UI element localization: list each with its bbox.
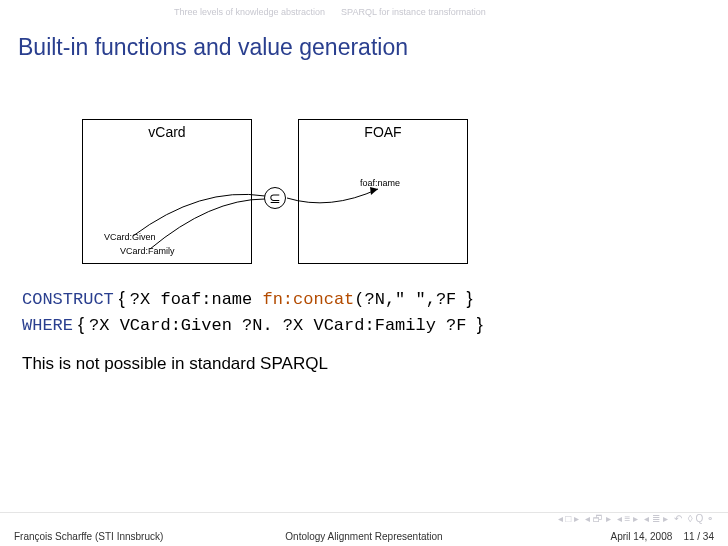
footer: François Scharffe (STI Innsbruck) Ontolo… bbox=[0, 512, 728, 546]
code-l1-b2: (?N," ",?F bbox=[354, 290, 466, 309]
connector-lines bbox=[0, 71, 728, 286]
brace-close-2: } bbox=[477, 314, 483, 334]
subset-symbol: ⊆ bbox=[264, 187, 286, 209]
svg-marker-0 bbox=[370, 187, 378, 195]
code-l1-b1: ?X foaf:name bbox=[130, 290, 263, 309]
footer-page: 11 / 34 bbox=[683, 531, 714, 542]
footer-author: François Scharffe (STI Innsbruck) bbox=[14, 531, 233, 542]
footer-date: April 14, 2008 bbox=[611, 531, 673, 542]
footer-date-page: April 14, 2008 11 / 34 bbox=[495, 531, 714, 542]
kw-where: WHERE bbox=[22, 316, 73, 335]
footer-title: Ontology Alignment Representation bbox=[233, 531, 496, 542]
brace-open-2: { bbox=[73, 314, 89, 334]
subset-glyph: ⊆ bbox=[269, 190, 281, 206]
note-text: This is not possible in standard SPARQL bbox=[0, 338, 728, 374]
sparql-code: CONSTRUCT { ?X foaf:name fn:concat(?N," … bbox=[0, 286, 728, 338]
nav-section-2[interactable]: SPARQL for instance transformation bbox=[341, 7, 486, 17]
brace-close-1: } bbox=[467, 288, 473, 308]
brace-open-1: { bbox=[114, 288, 130, 308]
top-nav: Three levels of knowledge abstraction SP… bbox=[0, 0, 728, 24]
diagram: vCard FOAF ⊆ VCard:Given VCard:Family fo… bbox=[0, 71, 728, 286]
code-l2-body: ?X VCard:Given ?N. ?X VCard:Family ?F bbox=[89, 316, 477, 335]
nav-section-1[interactable]: Three levels of knowledge abstraction bbox=[174, 7, 325, 17]
fn-concat: fn:concat bbox=[262, 290, 354, 309]
slide-title: Built-in functions and value generation bbox=[0, 24, 728, 71]
kw-construct: CONSTRUCT bbox=[22, 290, 114, 309]
